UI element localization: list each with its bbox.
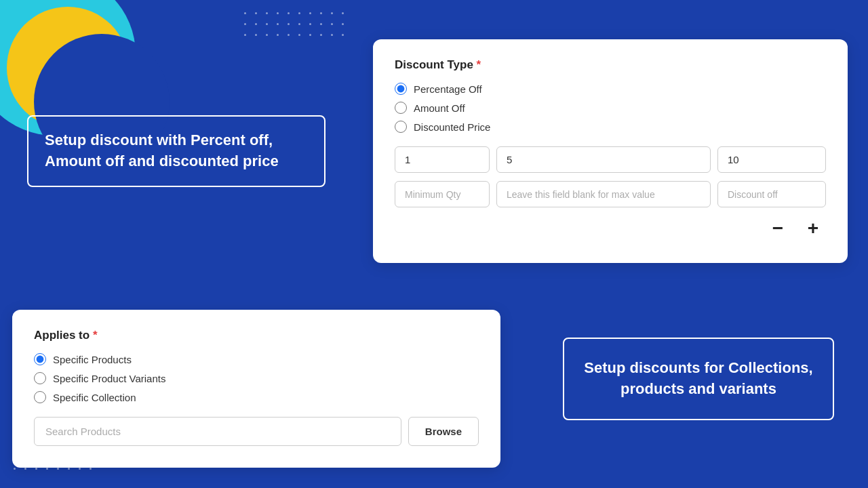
discount-required-star: * [477, 58, 481, 71]
browse-button[interactable]: Browse [408, 417, 479, 446]
applies-card-title: Applies to * [34, 329, 479, 342]
applies-to-radio-group: Specific Products Specific Product Varia… [34, 353, 479, 403]
radio-specific-collection-label: Specific Collection [53, 392, 136, 403]
radio-specific-collection-input[interactable] [34, 391, 46, 403]
radio-percentage-off-input[interactable] [395, 83, 407, 95]
radio-percentage-off-label: Percentage Off [414, 83, 482, 95]
discount-type-card: Discount Type * Percentage Off Amount Of… [373, 39, 848, 263]
radio-percentage-off[interactable]: Percentage Off [395, 83, 826, 95]
promo-box-bottom: Setup discounts for Collections, product… [563, 338, 834, 420]
discount-field2-value[interactable] [496, 146, 711, 173]
radio-product-variants-label: Specific Product Variants [53, 373, 165, 384]
radio-amount-off-label: Amount Off [414, 102, 465, 114]
radio-specific-products[interactable]: Specific Products [34, 353, 479, 365]
radio-specific-products-label: Specific Products [53, 354, 132, 365]
remove-tier-button[interactable]: − [765, 216, 791, 241]
promo-box-top: Setup discount with Percent off, Amount … [27, 115, 326, 187]
dots-pattern-top [244, 12, 349, 41]
radio-specific-products-input[interactable] [34, 353, 46, 365]
discount-card-title: Discount Type * [395, 58, 826, 72]
radio-product-variants[interactable]: Specific Product Variants [34, 372, 479, 384]
radio-discounted-price[interactable]: Discounted Price [395, 121, 826, 133]
radio-amount-off-input[interactable] [395, 102, 407, 114]
discount-action-row: − + [395, 216, 826, 241]
add-tier-button[interactable]: + [800, 216, 826, 241]
radio-discounted-price-label: Discounted Price [414, 121, 490, 133]
radio-product-variants-input[interactable] [34, 372, 46, 384]
radio-specific-collection[interactable]: Specific Collection [34, 391, 479, 403]
promo-top-text: Setup discount with Percent off, Amount … [45, 131, 279, 169]
discount-type-radio-group: Percentage Off Amount Off Discounted Pri… [395, 83, 826, 133]
discount-placeholders-row [395, 181, 826, 207]
radio-amount-off[interactable]: Amount Off [395, 102, 826, 114]
discount-field3-value[interactable] [717, 146, 826, 173]
min-qty-input[interactable] [395, 181, 490, 207]
search-products-input[interactable] [34, 417, 401, 446]
radio-discounted-price-input[interactable] [395, 121, 407, 133]
applies-required-star: * [93, 329, 98, 342]
discount-values-row [395, 146, 826, 173]
search-row: Browse [34, 417, 479, 446]
max-value-input[interactable] [496, 181, 711, 207]
promo-bottom-text: Setup discounts for Collections, product… [584, 359, 812, 397]
applies-to-card: Applies to * Specific Products Specific … [12, 310, 500, 468]
discount-field1-value[interactable] [395, 146, 490, 173]
discount-off-input[interactable] [717, 181, 826, 207]
